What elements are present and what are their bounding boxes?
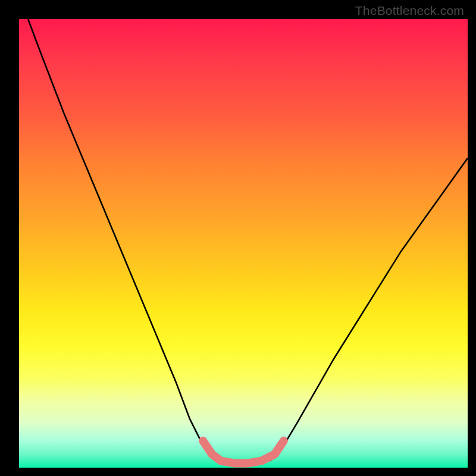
watermark-text: TheBottleneck.com [355, 4, 464, 18]
bottom-highlight [203, 441, 284, 464]
chart-svg [19, 19, 468, 468]
right-curve [270, 158, 468, 461]
left-curve [28, 19, 217, 461]
chart-container: TheBottleneck.com [0, 0, 476, 476]
plot-area [19, 19, 468, 468]
